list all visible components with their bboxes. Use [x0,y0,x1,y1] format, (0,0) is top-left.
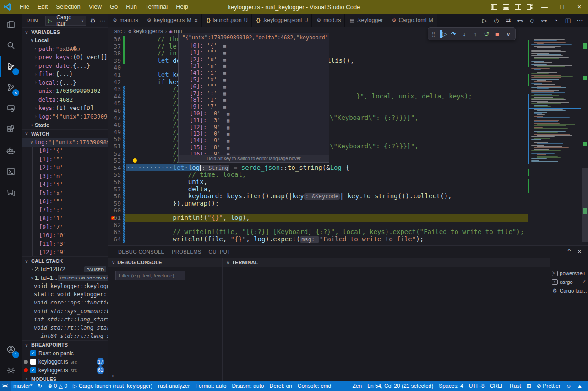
menu-item[interactable]: Edit [33,0,52,14]
line-number[interactable]: 58 [108,193,121,200]
hover-char-row[interactable]: [11]: '3' ▦ [179,117,329,124]
scope-local[interactable]: ∨Local [22,36,108,44]
notifications-bell[interactable]: ▲ [574,381,585,391]
line-number[interactable]: 36 [108,36,121,43]
editor-tab[interactable]: {} .keylogger.jsonl U [252,14,312,27]
terminal-list-item[interactable]: > cargo ✓ [550,277,588,286]
hover-char-row[interactable]: [16]: '9' ▦ [179,151,329,155]
remote-explorer-icon[interactable] [0,98,22,119]
line-number[interactable]: 39 [108,57,121,65]
rust-analyzer-status[interactable]: rust-analyzer [155,381,192,391]
zen-mode[interactable]: Zen [350,381,365,391]
timeline[interactable]: ◷ [491,15,502,26]
watch-item-row[interactable]: [11]: '3' [33,239,108,248]
line-number[interactable]: 38 [108,50,121,57]
line-number[interactable]: 62 [108,222,121,229]
watch-item-row[interactable]: [4]: 'i' [33,180,108,189]
hover-char-row[interactable]: [4]: 'i' ▦ [179,70,329,76]
terminal-panel-icon[interactable] [0,161,22,182]
menu-item[interactable]: View [85,0,106,14]
minimize-button[interactable]: — [536,0,553,14]
breakpoint-row[interactable]: ✓ keylogger.rssrc 61 [22,366,108,375]
ports-icon[interactable]: ⊞ [524,381,534,391]
hover-char-row[interactable]: [12]: '9' ▦ [179,124,329,131]
docker-icon[interactable] [0,140,22,161]
code-line[interactable]: 58 keyboard: keys.iter().map(|key: &Keyc… [108,193,588,200]
watch-section-header[interactable]: ∨WATCH [22,129,108,138]
indentation[interactable]: Spaces: 4 [436,381,466,391]
line-number[interactable]: 60 [108,207,121,214]
watch-item-row[interactable]: [8]: '1' [33,214,108,223]
modules-section-header[interactable]: ›MODULES [22,375,108,381]
watch-expression-row[interactable]: ∨ log: "{"unix":1703909890… × [22,138,108,147]
toggle-panel-icon[interactable] [500,0,512,14]
prettier-status[interactable]: ⊘ Prettier [534,381,563,391]
breadcrumb-item[interactable]: › src [114,28,122,34]
binary-view-icon[interactable]: ▦ [223,84,226,91]
variable-row[interactable]: › prev_date: {...} [22,61,108,70]
line-number[interactable]: 56 [108,179,121,186]
git-branch[interactable]: master* [11,381,35,391]
binary-view-icon[interactable]: ▦ [223,91,226,98]
console-mode[interactable]: Console: cmd [295,381,334,391]
search-icon[interactable] [0,35,22,56]
variable-row[interactable]: delta: 4682 [22,95,108,104]
run-file[interactable]: ▷ [479,15,490,26]
minimap[interactable] [528,36,581,178]
binary-view-icon[interactable]: ▦ [223,43,226,50]
editor-tab[interactable]: {} launch.json U [202,14,252,27]
binary-view-icon[interactable]: ▦ [223,97,226,104]
breakpoint-checkbox[interactable] [30,359,36,365]
remote-indicator[interactable]: >< [0,381,11,391]
hover-char-row[interactable]: [8]: '1' ▦ [179,97,329,103]
variable-row[interactable]: › log: "{"unix":170390989010… [22,112,108,121]
hover-char-row[interactable]: [7]: ':' ▦ [179,90,329,97]
hover-char-row[interactable]: [15]: '8' ▦ [179,144,329,151]
account-icon[interactable]: 1 [0,339,22,360]
line-number[interactable]: 55 [108,171,121,179]
encoding[interactable]: UTF-8 [466,381,487,391]
breakpoint-checkbox[interactable]: ✓ [30,350,36,356]
callstack-frame-row[interactable]: void std::rt::lang_start_int [22,324,108,332]
breadcrumb-item[interactable]: › ⚙ keylogger.rs [123,28,163,34]
configure-gear-icon[interactable]: ⚙ [90,17,96,24]
callstack-frame-row[interactable]: void core::ops::function::FnO [22,299,108,307]
binary-view-icon[interactable]: ▦ [223,70,226,77]
line-number[interactable]: 45 [108,100,121,107]
split-editor[interactable]: ◫ [562,15,573,26]
hover-char-row[interactable]: [9]: '7' ▦ [179,103,329,110]
step-over[interactable]: ↷ [448,29,458,39]
maximize-panel-icon[interactable]: ^ [567,248,571,256]
watch-item-row[interactable]: [9]: '7' [33,223,108,231]
editor-tab[interactable]: ⚙ Cargo.toml M [387,14,437,27]
code-line[interactable]: 62 [108,222,588,229]
debug-launch[interactable]: ▷ Cargo launch (rust_keylogger) [70,381,155,391]
line-number[interactable]: 49 [108,129,121,136]
callstack-thread-row[interactable]: ∨1: tid=1... PAUSED ON BREAKPOINT [22,274,108,282]
code-line[interactable]: 64 writeln!(file, "{}", log).expect(msg:… [108,236,588,243]
step-back[interactable]: ⊷ [515,15,526,26]
line-number[interactable]: 59 [108,200,121,207]
code-line[interactable]: 63 // writeln!(file, "[{:?}] [Keyboard] … [108,228,588,236]
comments-icon[interactable] [0,182,22,203]
code-line[interactable]: 57 delta, [108,186,588,193]
callstack-thread-row[interactable]: ›2: tid=12872 PAUSED [22,265,108,274]
watch-item-row[interactable]: [10]: '0' [33,231,108,240]
terminal-list-item[interactable]: >_ powershell [550,269,588,277]
code-line[interactable]: 59 }).unwrap(); [108,200,588,207]
binary-view-icon[interactable]: ▦ [223,77,226,84]
hover-char-row[interactable]: [3]: 'n' ▦ [179,63,329,70]
hover-char-row[interactable]: [2]: 'u' ▦ [179,56,329,63]
menu-item[interactable]: File [16,0,33,14]
line-number[interactable]: 52 [108,150,121,157]
step-out[interactable]: ↑ [470,29,480,39]
hover-char-row[interactable]: [6]: '"' ▦ [179,83,329,90]
breakpoints-section-header[interactable]: ∨BREAKPOINTS [22,340,108,349]
variable-row[interactable]: › keys: (1) vec![D] [22,104,108,113]
editor-tab[interactable]: ⚙ mod.rs [312,14,345,27]
line-number[interactable]: 41 [108,71,121,79]
variable-row[interactable]: unix: 1703909890102 [22,87,108,96]
settings-gear-icon[interactable] [0,360,22,381]
problems-summary[interactable]: ⊗ 0 △ 0 [45,381,70,391]
close-button[interactable]: × [571,0,588,14]
